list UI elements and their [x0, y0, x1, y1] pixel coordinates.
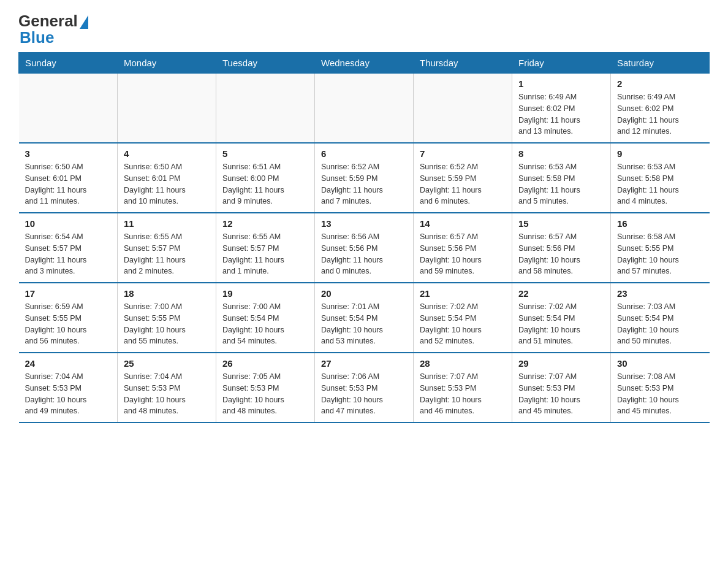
day-number: 30 [617, 358, 703, 369]
day-number: 28 [420, 358, 506, 369]
page-header: General Blue [18, 12, 710, 46]
day-info: Sunrise: 7:07 AMSunset: 5:53 PMDaylight:… [518, 371, 604, 417]
day-info: Sunrise: 6:55 AMSunset: 5:57 PMDaylight:… [124, 231, 210, 277]
weekday-header-thursday: Thursday [414, 53, 512, 74]
day-info: Sunrise: 7:02 AMSunset: 5:54 PMDaylight:… [420, 301, 506, 347]
day-info: Sunrise: 6:50 AMSunset: 6:01 PMDaylight:… [25, 161, 112, 207]
day-info: Sunrise: 6:53 AMSunset: 5:58 PMDaylight:… [617, 161, 703, 207]
day-info: Sunrise: 7:02 AMSunset: 5:54 PMDaylight:… [518, 301, 604, 347]
day-info: Sunrise: 7:00 AMSunset: 5:54 PMDaylight:… [222, 301, 308, 347]
week-row-3: 10Sunrise: 6:54 AMSunset: 5:57 PMDayligh… [19, 213, 710, 283]
day-number: 29 [518, 358, 604, 369]
day-info: Sunrise: 6:52 AMSunset: 5:59 PMDaylight:… [420, 161, 506, 207]
day-info: Sunrise: 7:07 AMSunset: 5:53 PMDaylight:… [420, 371, 506, 417]
day-info: Sunrise: 6:58 AMSunset: 5:55 PMDaylight:… [617, 231, 703, 277]
day-number: 8 [518, 148, 604, 159]
calendar-cell: 7Sunrise: 6:52 AMSunset: 5:59 PMDaylight… [414, 143, 512, 213]
weekday-header-monday: Monday [118, 53, 216, 74]
day-number: 9 [617, 148, 703, 159]
calendar-cell: 18Sunrise: 7:00 AMSunset: 5:55 PMDayligh… [118, 283, 216, 353]
day-number: 17 [25, 288, 112, 299]
day-number: 5 [222, 148, 308, 159]
day-number: 2 [617, 79, 703, 89]
day-number: 4 [124, 148, 210, 159]
day-number: 15 [518, 218, 604, 229]
day-number: 20 [321, 288, 407, 299]
day-number: 12 [222, 218, 308, 229]
calendar-cell: 10Sunrise: 6:54 AMSunset: 5:57 PMDayligh… [19, 213, 118, 283]
day-number: 3 [25, 148, 112, 159]
day-number: 1 [518, 79, 604, 89]
day-number: 27 [321, 358, 407, 369]
calendar-cell: 16Sunrise: 6:58 AMSunset: 5:55 PMDayligh… [611, 213, 710, 283]
weekday-header-friday: Friday [512, 53, 611, 74]
calendar-cell: 30Sunrise: 7:08 AMSunset: 5:53 PMDayligh… [611, 353, 710, 423]
day-info: Sunrise: 6:55 AMSunset: 5:57 PMDaylight:… [222, 231, 308, 277]
calendar-cell: 21Sunrise: 7:02 AMSunset: 5:54 PMDayligh… [414, 283, 512, 353]
day-info: Sunrise: 7:03 AMSunset: 5:54 PMDaylight:… [617, 301, 703, 347]
day-number: 11 [124, 218, 210, 229]
day-number: 24 [25, 358, 112, 369]
calendar-cell: 25Sunrise: 7:04 AMSunset: 5:53 PMDayligh… [118, 353, 216, 423]
calendar-cell [216, 74, 315, 144]
calendar-cell: 13Sunrise: 6:56 AMSunset: 5:56 PMDayligh… [315, 213, 414, 283]
calendar-header: SundayMondayTuesdayWednesdayThursdayFrid… [19, 53, 710, 74]
day-info: Sunrise: 6:49 AMSunset: 6:02 PMDaylight:… [617, 91, 703, 137]
day-info: Sunrise: 6:50 AMSunset: 6:01 PMDaylight:… [124, 161, 210, 207]
day-info: Sunrise: 7:04 AMSunset: 5:53 PMDaylight:… [25, 371, 112, 417]
day-number: 7 [420, 148, 506, 159]
week-row-1: 1Sunrise: 6:49 AMSunset: 6:02 PMDaylight… [19, 74, 710, 144]
calendar-cell: 17Sunrise: 6:59 AMSunset: 5:55 PMDayligh… [19, 283, 118, 353]
day-info: Sunrise: 6:57 AMSunset: 5:56 PMDaylight:… [518, 231, 604, 277]
calendar-cell [414, 74, 512, 144]
calendar-cell: 3Sunrise: 6:50 AMSunset: 6:01 PMDaylight… [19, 143, 118, 213]
weekday-header-tuesday: Tuesday [216, 53, 315, 74]
day-number: 14 [420, 218, 506, 229]
calendar-cell: 4Sunrise: 6:50 AMSunset: 6:01 PMDaylight… [118, 143, 216, 213]
calendar-cell [118, 74, 216, 144]
calendar-cell: 20Sunrise: 7:01 AMSunset: 5:54 PMDayligh… [315, 283, 414, 353]
day-info: Sunrise: 6:57 AMSunset: 5:56 PMDaylight:… [420, 231, 506, 277]
day-number: 21 [420, 288, 506, 299]
day-info: Sunrise: 7:01 AMSunset: 5:54 PMDaylight:… [321, 301, 407, 347]
day-info: Sunrise: 6:53 AMSunset: 5:58 PMDaylight:… [518, 161, 604, 207]
logo-general-text: General [18, 12, 78, 30]
calendar-cell: 24Sunrise: 7:04 AMSunset: 5:53 PMDayligh… [19, 353, 118, 423]
day-number: 25 [124, 358, 210, 369]
weekday-header-row: SundayMondayTuesdayWednesdayThursdayFrid… [19, 53, 710, 74]
day-info: Sunrise: 7:04 AMSunset: 5:53 PMDaylight:… [124, 371, 210, 417]
day-info: Sunrise: 6:52 AMSunset: 5:59 PMDaylight:… [321, 161, 407, 207]
day-number: 10 [25, 218, 112, 229]
calendar-cell: 8Sunrise: 6:53 AMSunset: 5:58 PMDaylight… [512, 143, 611, 213]
week-row-4: 17Sunrise: 6:59 AMSunset: 5:55 PMDayligh… [19, 283, 710, 353]
day-number: 26 [222, 358, 308, 369]
calendar-cell: 15Sunrise: 6:57 AMSunset: 5:56 PMDayligh… [512, 213, 611, 283]
day-info: Sunrise: 6:51 AMSunset: 6:00 PMDaylight:… [222, 161, 308, 207]
logo-triangle-icon [80, 15, 88, 29]
day-number: 22 [518, 288, 604, 299]
day-number: 19 [222, 288, 308, 299]
calendar-cell [19, 74, 118, 144]
day-info: Sunrise: 6:59 AMSunset: 5:55 PMDaylight:… [25, 301, 112, 347]
weekday-header-saturday: Saturday [611, 53, 710, 74]
calendar-table: SundayMondayTuesdayWednesdayThursdayFrid… [18, 52, 710, 423]
calendar-cell: 14Sunrise: 6:57 AMSunset: 5:56 PMDayligh… [414, 213, 512, 283]
calendar-cell: 22Sunrise: 7:02 AMSunset: 5:54 PMDayligh… [512, 283, 611, 353]
logo-blue-text: Blue [18, 29, 88, 47]
calendar-cell: 6Sunrise: 6:52 AMSunset: 5:59 PMDaylight… [315, 143, 414, 213]
day-number: 23 [617, 288, 703, 299]
weekday-header-sunday: Sunday [19, 53, 118, 74]
day-info: Sunrise: 7:00 AMSunset: 5:55 PMDaylight:… [124, 301, 210, 347]
calendar-body: 1Sunrise: 6:49 AMSunset: 6:02 PMDaylight… [19, 74, 710, 423]
calendar-cell: 2Sunrise: 6:49 AMSunset: 6:02 PMDaylight… [611, 74, 710, 144]
weekday-header-wednesday: Wednesday [315, 53, 414, 74]
week-row-5: 24Sunrise: 7:04 AMSunset: 5:53 PMDayligh… [19, 353, 710, 423]
calendar-cell: 26Sunrise: 7:05 AMSunset: 5:53 PMDayligh… [216, 353, 315, 423]
calendar-cell: 29Sunrise: 7:07 AMSunset: 5:53 PMDayligh… [512, 353, 611, 423]
calendar-cell: 1Sunrise: 6:49 AMSunset: 6:02 PMDaylight… [512, 74, 611, 144]
day-info: Sunrise: 6:56 AMSunset: 5:56 PMDaylight:… [321, 231, 407, 277]
calendar-cell: 19Sunrise: 7:00 AMSunset: 5:54 PMDayligh… [216, 283, 315, 353]
calendar-cell: 28Sunrise: 7:07 AMSunset: 5:53 PMDayligh… [414, 353, 512, 423]
calendar-cell: 23Sunrise: 7:03 AMSunset: 5:54 PMDayligh… [611, 283, 710, 353]
logo: General Blue [18, 12, 88, 46]
